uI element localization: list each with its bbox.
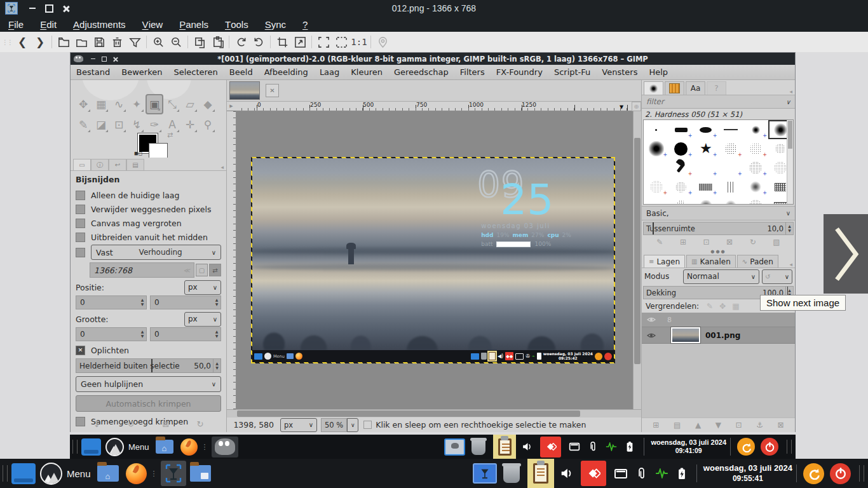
image-tab-thumbnail[interactable] bbox=[229, 81, 260, 100]
trash-icon[interactable] bbox=[503, 464, 520, 483]
landscape-icon[interactable]: ⇄ bbox=[209, 264, 221, 276]
option-allow-growing[interactable]: Canvas mag vergroten bbox=[76, 216, 221, 230]
pictures-folder-icon[interactable] bbox=[190, 465, 211, 482]
background-color-swatch[interactable] bbox=[149, 144, 167, 158]
swap-colors-icon[interactable]: ⇄ bbox=[167, 131, 173, 139]
portrait-icon[interactable]: ▢ bbox=[196, 264, 208, 276]
gimp-menu-beeld[interactable]: Beeld bbox=[224, 67, 259, 77]
scrollbar-thumb[interactable] bbox=[237, 410, 580, 417]
tab-undo-history[interactable]: ↩ bbox=[109, 159, 126, 170]
filter-icon[interactable] bbox=[126, 34, 144, 50]
gimp-menu-afbeelding[interactable]: Afbeelding bbox=[259, 67, 314, 77]
clipboard-tray-icon[interactable] bbox=[527, 459, 554, 488]
zoom-follow-button[interactable]: ◎ bbox=[632, 102, 641, 111]
delete-layer-icon[interactable]: ⊠ bbox=[778, 421, 784, 430]
layer-mode-dropdown[interactable]: Normaal ∨ bbox=[683, 269, 759, 284]
panel-grip[interactable] bbox=[3, 465, 8, 482]
tab-paths[interactable]: ∿Paden bbox=[737, 255, 778, 268]
activity-tray-icon[interactable] bbox=[655, 468, 668, 478]
spinner-arrows[interactable]: ▲▼ bbox=[139, 296, 146, 309]
rotate-right-icon[interactable] bbox=[250, 34, 268, 50]
lock-position-icon[interactable]: ✥ bbox=[719, 302, 726, 311]
gimp-menu-selecteren[interactable]: Selecteren bbox=[168, 67, 223, 77]
tab-channels[interactable]: ▥Kanalen bbox=[686, 255, 736, 268]
checkbox-unchecked[interactable] bbox=[76, 233, 85, 242]
open-brush-icon[interactable]: ▧ bbox=[773, 238, 780, 247]
brush-filter-dropdown[interactable]: filter ∨ bbox=[642, 95, 795, 109]
menu-adjustments[interactable]: Adjustments bbox=[65, 17, 134, 32]
menu-sync[interactable]: Sync bbox=[257, 17, 294, 32]
display-tray-icon[interactable] bbox=[614, 468, 628, 480]
ruler-corner-icon[interactable]: ▶ bbox=[227, 102, 236, 111]
delete-icon[interactable] bbox=[108, 34, 126, 50]
tabstrip-expander-icon[interactable]: ◂ bbox=[789, 261, 792, 268]
menu-edit[interactable]: Edit bbox=[32, 17, 65, 32]
viewer-maximize-button[interactable] bbox=[41, 3, 57, 14]
viewer-close-button[interactable] bbox=[57, 3, 74, 14]
spinner-arrows[interactable]: ▲▼ bbox=[785, 222, 793, 234]
tool-crop[interactable]: ▣ bbox=[146, 94, 163, 114]
guides-dropdown[interactable]: Geen hulplijnen ∨ bbox=[76, 376, 221, 392]
option-delete-cropped[interactable]: Verwijder weggesneden pixels bbox=[76, 202, 221, 216]
checkbox-unchecked[interactable] bbox=[76, 191, 85, 200]
actual-size-button[interactable]: 1:1 bbox=[350, 34, 368, 50]
crop-icon[interactable] bbox=[273, 34, 291, 50]
horizontal-ruler[interactable]: ▶ 0 250 500 750 1000 1250 ▼ ◎ bbox=[236, 102, 641, 111]
tab-patterns[interactable] bbox=[665, 81, 684, 95]
zoom-level-input[interactable]: 50 % bbox=[321, 418, 347, 432]
menu-view[interactable]: View bbox=[134, 17, 172, 32]
tool-ink[interactable]: ✑ bbox=[146, 114, 163, 135]
tab-layers[interactable]: ≡Lagen bbox=[644, 255, 685, 268]
next-image-button[interactable]: ❯ bbox=[31, 34, 49, 50]
save-icon[interactable] bbox=[90, 34, 108, 50]
toolbar-grip[interactable]: ⋮⋮ bbox=[2, 39, 12, 46]
desktop-pager-icon[interactable] bbox=[11, 463, 36, 484]
file-manager-icon[interactable]: ⌂ bbox=[97, 465, 119, 482]
position-x-input[interactable]: 0 ▲▼ bbox=[76, 295, 147, 309]
option-expand-from-center[interactable]: Uitbreiden vanuit het midden bbox=[76, 230, 221, 244]
tool-free-select[interactable]: ∿ bbox=[110, 94, 128, 114]
gimp-menu-help[interactable]: Help bbox=[643, 67, 674, 77]
panel-grip[interactable] bbox=[859, 465, 864, 482]
shutdown-icon[interactable] bbox=[830, 463, 851, 484]
gimp-menu-script-fu[interactable]: Script-Fu bbox=[548, 67, 596, 77]
tab-tool-options[interactable]: ▭ bbox=[73, 159, 91, 170]
zoom-in-icon[interactable] bbox=[149, 34, 167, 50]
delete-preset-icon[interactable]: ⊠ bbox=[162, 419, 169, 429]
tab-brushes[interactable] bbox=[644, 81, 663, 95]
tool-paintbrush[interactable]: ✎ bbox=[74, 114, 92, 135]
prev-image-button[interactable]: ❮ bbox=[13, 34, 31, 50]
save-preset-icon[interactable]: ↧ bbox=[93, 419, 100, 429]
geotag-icon[interactable] bbox=[374, 34, 391, 50]
position-y-input[interactable]: 0 ▲▼ bbox=[150, 295, 221, 309]
brush-set-dropdown[interactable]: Basic, ∨ bbox=[642, 206, 795, 220]
gimp-menu-gereedschap[interactable]: Gereedschap bbox=[388, 67, 454, 77]
rotate-left-icon[interactable] bbox=[232, 34, 250, 50]
ratio-input[interactable]: 1366:768 ≪ bbox=[90, 262, 194, 278]
gimp-menu-laag[interactable]: Laag bbox=[314, 67, 345, 77]
open-folder-icon[interactable] bbox=[72, 34, 90, 50]
tool-bucket-fill[interactable]: ◆ bbox=[199, 94, 217, 114]
tab-device-status[interactable]: ⓘ bbox=[91, 159, 109, 170]
statusbar-unit-dropdown[interactable]: px ∨ bbox=[280, 418, 317, 432]
checkbox-unchecked[interactable] bbox=[76, 248, 85, 257]
edit-brush-icon[interactable]: ✎ bbox=[656, 238, 663, 247]
resize-icon[interactable] bbox=[291, 34, 309, 50]
gimp-menu-fx-foundry[interactable]: FX-Foundry bbox=[491, 67, 548, 77]
horizontal-scrollbar[interactable] bbox=[227, 409, 641, 417]
volume-icon[interactable] bbox=[559, 467, 573, 480]
size-y-input[interactable]: 0 ▲▼ bbox=[150, 327, 221, 341]
menu-file[interactable]: File bbox=[0, 17, 32, 32]
size-x-input[interactable]: 0 ▲▼ bbox=[76, 327, 147, 341]
tool-clone[interactable]: ⊡ bbox=[110, 114, 128, 135]
viewer-task-button[interactable] bbox=[161, 461, 186, 486]
tool-move[interactable]: ✥ bbox=[74, 94, 92, 114]
spinner-arrows[interactable]: ▲▼ bbox=[139, 328, 146, 341]
tabstrip-expander-icon[interactable]: ◂ bbox=[220, 164, 224, 170]
duplicate-brush-icon[interactable]: ⊡ bbox=[703, 238, 709, 247]
layer-visible-icon[interactable] bbox=[647, 332, 656, 339]
spinner-arrows[interactable]: ▲▼ bbox=[213, 359, 220, 372]
delete-brush-icon[interactable]: ⊠ bbox=[726, 238, 733, 247]
anchor-layer-icon[interactable]: ⚓ bbox=[756, 421, 763, 430]
tool-fuzzy-select[interactable]: ✦ bbox=[128, 94, 146, 114]
